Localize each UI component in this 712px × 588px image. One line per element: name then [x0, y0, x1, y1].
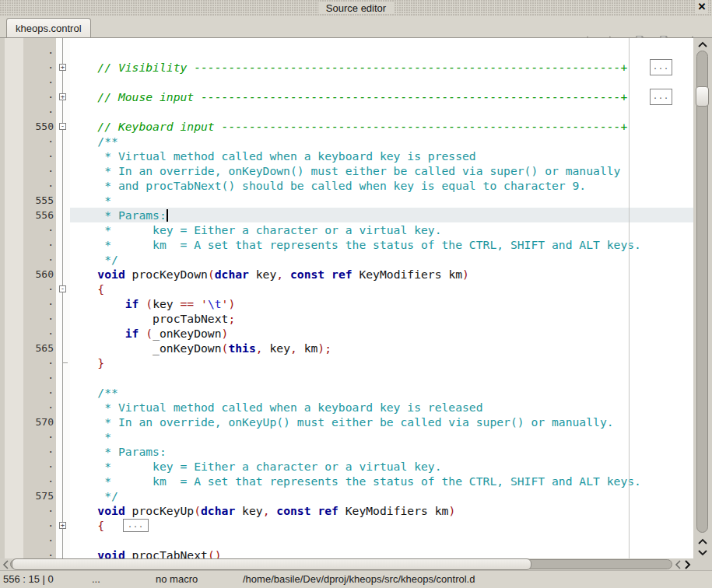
line-number: 575 — [0, 488, 56, 503]
code-line-text[interactable]: procTabNext; — [70, 311, 693, 326]
code-line-text[interactable]: * km = A set that represents the status … — [70, 237, 693, 252]
fold-cell — [56, 45, 70, 60]
code-line: · * and procTabNext() should be called w… — [0, 178, 693, 193]
code-line-text[interactable]: { — [70, 518, 693, 533]
code-line: 550- // Keyboard input -----------------… — [0, 119, 693, 134]
code-line-text[interactable]: * Virtual method called when a keyboard … — [70, 400, 693, 415]
code-line-text[interactable] — [70, 370, 693, 385]
code-line: 570 * In an override, onKeyUp() must eit… — [0, 415, 693, 429]
code-line-text[interactable]: if (_onKeyDown) — [70, 326, 693, 341]
fold-end-icon — [63, 362, 68, 363]
close-icon[interactable]: ✕ — [696, 0, 708, 14]
current-code-line: 556 * Params: — [0, 208, 693, 222]
code-line-text[interactable]: * Params: — [70, 444, 693, 459]
code-line-text[interactable]: if (key == '\t') — [70, 296, 693, 311]
fold-expand-icon[interactable]: + — [59, 64, 66, 71]
vertical-scrollbar[interactable] — [693, 38, 712, 558]
code-line-text[interactable]: // Keyboard input ----------------------… — [70, 119, 693, 134]
code-line-text[interactable]: * In an override, onKeyUp() must either … — [70, 415, 693, 429]
fold-expand-icon[interactable]: + — [59, 93, 66, 100]
fold-cell — [56, 237, 70, 252]
fold-collapse-icon[interactable]: - — [59, 123, 66, 130]
fold-cell — [56, 385, 70, 400]
code-line-text[interactable]: * Virtual method called when a keyboard … — [70, 149, 693, 163]
code-line-text[interactable]: void procKeyDown(dchar key, const ref Ke… — [70, 267, 693, 282]
code-line-text[interactable] — [70, 104, 693, 119]
scroll-down-icon[interactable] — [693, 547, 712, 558]
code-editor[interactable]: ··+ // Visibility ----------------------… — [0, 38, 693, 558]
folded-block-ellipsis[interactable]: ... — [650, 59, 672, 75]
code-line-text[interactable] — [70, 45, 693, 60]
fold-cell — [56, 444, 70, 459]
code-line-text[interactable]: */ — [70, 252, 693, 267]
code-line: · * In an override, onKeyDown() must eit… — [0, 163, 693, 178]
code-line: · * km = A set that represents the statu… — [0, 237, 693, 252]
folded-block-ellipsis[interactable]: ... — [650, 89, 672, 105]
code-line-text[interactable]: * Params: — [70, 208, 693, 222]
code-line-text[interactable]: * key = Either a character or a virtual … — [70, 222, 693, 237]
line-number: 555 — [0, 193, 56, 208]
line-number: · — [0, 503, 56, 518]
fold-expand-icon[interactable]: + — [59, 522, 66, 529]
code-line: · /** — [0, 385, 693, 400]
fold-cell — [56, 548, 70, 558]
line-number: · — [0, 548, 56, 558]
line-number: · — [0, 282, 56, 296]
code-line-text[interactable]: void procKeyUp(dchar key, const ref KeyM… — [70, 503, 693, 518]
code-line-text[interactable] — [70, 75, 693, 89]
code-line: · */ — [0, 252, 693, 267]
fold-collapse-icon[interactable]: - — [59, 285, 66, 292]
fold-cell: - — [56, 119, 70, 134]
fold-cell — [56, 208, 70, 222]
code-line-text[interactable]: { — [70, 282, 693, 296]
line-number: 556 — [0, 208, 56, 222]
code-line: · * km = A set that represents the statu… — [0, 474, 693, 488]
horizontal-scroll-thumb[interactable] — [12, 558, 531, 570]
folded-block-ellipsis[interactable]: ... — [123, 519, 149, 532]
vertical-scroll-thumb[interactable] — [696, 86, 709, 107]
line-number: · — [0, 163, 56, 178]
code-line: · — [0, 45, 693, 60]
code-line: 565 _onKeyDown(this, key, km); — [0, 341, 693, 355]
fold-cell: + — [56, 60, 70, 75]
code-line-text[interactable]: // Visibility --------------------------… — [70, 60, 693, 75]
fold-cell — [56, 503, 70, 518]
fold-cell — [56, 134, 70, 149]
line-number: 565 — [0, 341, 56, 355]
code-line: · /** — [0, 134, 693, 149]
tab-kheops-control[interactable]: kheops.control — [6, 18, 91, 37]
code-line-text[interactable]: void procTabNext() — [70, 548, 693, 558]
code-line-text[interactable]: * — [70, 429, 693, 444]
code-line-text[interactable]: */ — [70, 488, 693, 503]
code-line: · * key = Either a character or a virtua… — [0, 222, 693, 237]
code-line: · — [0, 533, 693, 548]
code-line-text[interactable]: * and procTabNext() should be called whe… — [70, 178, 693, 193]
code-line-text[interactable]: * — [70, 193, 693, 208]
line-number: · — [0, 134, 56, 149]
line-number: · — [0, 370, 56, 385]
scroll-right-icon[interactable] — [682, 558, 693, 571]
fold-cell: - — [56, 282, 70, 296]
code-line-text[interactable]: * key = Either a character or a virtual … — [70, 459, 693, 474]
fold-cell — [56, 400, 70, 415]
code-line-text[interactable]: /** — [70, 134, 693, 149]
status-caret-position: 556 : 15 | 0 — [3, 573, 54, 585]
scroll-left-icon[interactable] — [0, 558, 11, 571]
code-line-text[interactable]: // Mouse input -------------------------… — [70, 89, 693, 104]
code-line-text[interactable]: /** — [70, 385, 693, 400]
code-line-text[interactable]: * In an override, onKeyDown() must eithe… — [70, 163, 693, 178]
code-line-text[interactable] — [70, 533, 693, 548]
status-ellipsis: ... — [92, 573, 100, 585]
code-line: · * Virtual method called when a keyboar… — [0, 400, 693, 415]
horizontal-scrollbar[interactable] — [0, 558, 693, 571]
code-line: · void procTabNext() — [0, 548, 693, 558]
code-line-text[interactable]: _onKeyDown(this, key, km); — [70, 341, 693, 355]
code-line-text[interactable]: } — [70, 355, 693, 370]
code-line-text[interactable]: * km = A set that represents the status … — [70, 474, 693, 488]
line-number: · — [0, 60, 56, 75]
scroll-up-secondary-icon[interactable] — [693, 536, 712, 547]
line-number: · — [0, 237, 56, 252]
fold-cell — [56, 163, 70, 178]
scroll-up-icon[interactable] — [693, 39, 712, 50]
vertical-scroll-track[interactable] — [696, 51, 708, 533]
